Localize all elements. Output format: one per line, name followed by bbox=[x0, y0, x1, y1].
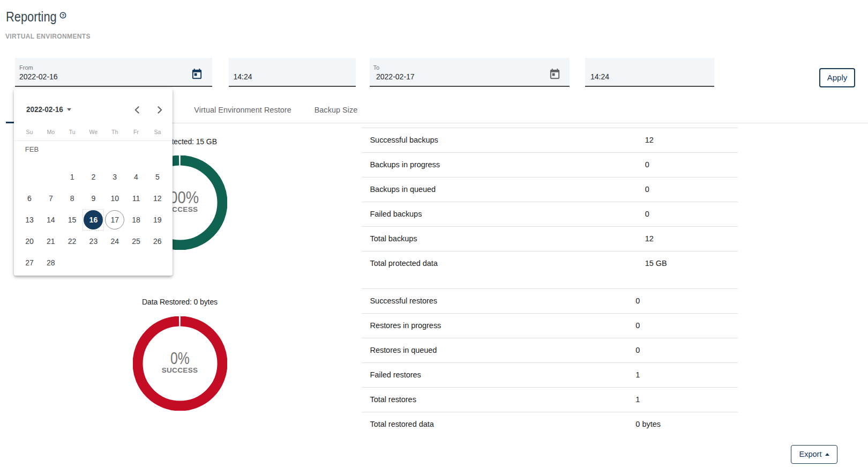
svg-text:?: ? bbox=[62, 13, 64, 18]
